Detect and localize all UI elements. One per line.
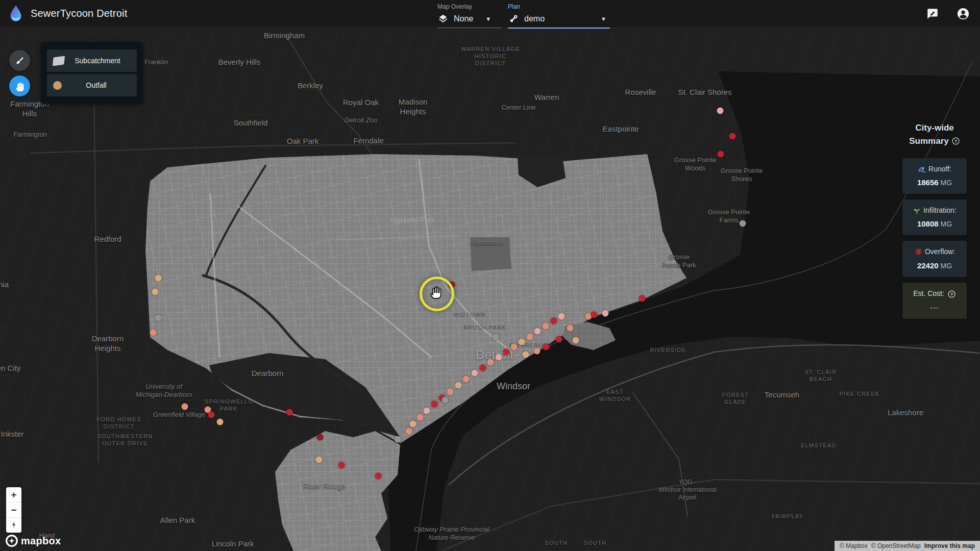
layers-icon — [437, 13, 449, 24]
map-overlay-value: None — [454, 14, 473, 23]
plan-value: demo — [524, 14, 545, 23]
help-icon[interactable]: ? — [947, 290, 956, 302]
feedback-button[interactable] — [925, 6, 940, 21]
zoom-in-button[interactable]: + — [6, 487, 21, 502]
attribution-bar: © Mapbox © OpenStreetMap Improve this ma… — [835, 541, 980, 551]
map-overlay-label: Map Overlay — [437, 3, 501, 10]
mapbox-wordmark: mapbox — [21, 535, 61, 547]
help-icon[interactable]: ? — [951, 136, 960, 149]
map-zoom-control: + − — [6, 487, 21, 533]
chevron-down-icon: ▼ — [485, 16, 491, 22]
mapbox-icon — [5, 534, 18, 547]
summary-title-text: City-wide Summary — [909, 123, 954, 146]
runoff-unit: MG — [941, 179, 952, 187]
tool-palette — [9, 50, 30, 96]
top-bar: SewerTycoon Detroit Map Overlay None ▼ P… — [0, 0, 980, 27]
legend-label: Outfall — [62, 81, 131, 89]
attribution-mapbox[interactable]: © Mapbox — [840, 542, 868, 549]
runoff-label: Runoff: — [928, 165, 951, 173]
map-overlay-select[interactable]: Map Overlay None ▼ — [437, 3, 501, 28]
est-cost-card: Est. Cost:? --- — [902, 283, 967, 319]
account-circle-icon — [956, 7, 970, 21]
improve-map-link[interactable]: Improve this map — [924, 542, 975, 549]
basemap-svg — [0, 0, 980, 551]
legend-panel: Subcatchment Outfall — [41, 42, 143, 104]
overflow-card: Overflow: 22420 MG — [902, 241, 967, 277]
chevron-down-icon: ▼ — [601, 16, 606, 22]
pan-tool-button[interactable] — [9, 76, 30, 96]
est-cost-value: --- — [930, 303, 939, 312]
paintbrush-icon — [14, 55, 26, 66]
outfall-dot-icon — [53, 81, 62, 90]
compass-icon — [9, 521, 18, 530]
map-canvas[interactable]: BirminghamBeverly HillsFranklinBerkleyRo… — [0, 0, 980, 551]
hand-icon — [14, 80, 26, 92]
top-bar-actions — [925, 0, 971, 27]
pipe-wrench-icon — [508, 13, 519, 24]
svg-text:?: ? — [950, 291, 953, 296]
infiltration-unit: MG — [941, 220, 952, 228]
summary-title: City-wide Summary? — [902, 121, 967, 150]
infiltration-card: Infiltration: 10808 MG — [902, 199, 967, 235]
zoom-out-button[interactable]: − — [6, 502, 21, 517]
overflow-microbe-icon — [914, 247, 923, 259]
subcatchment-swatch-icon — [53, 56, 65, 66]
wave-icon — [918, 165, 926, 177]
legend-item-outfall[interactable]: Outfall — [47, 74, 137, 96]
svg-text:?: ? — [954, 139, 957, 144]
legend-item-subcatchment[interactable]: Subcatchment — [47, 49, 137, 72]
infiltration-label: Infiltration: — [923, 206, 957, 214]
seedling-icon — [913, 206, 921, 218]
plan-select[interactable]: Plan demo ▼ — [508, 3, 610, 29]
feedback-icon — [926, 7, 939, 20]
water-drop-logo-icon — [7, 4, 24, 23]
overflow-value: 22420 — [917, 261, 939, 270]
runoff-value: 18656 — [917, 178, 939, 187]
draw-tool-button[interactable] — [9, 50, 30, 71]
compass-button[interactable] — [6, 517, 21, 533]
brand: SewerTycoon Detroit — [0, 4, 127, 23]
est-cost-label: Est. Cost: — [913, 289, 944, 297]
overflow-unit: MG — [941, 262, 952, 270]
plan-label: Plan — [508, 3, 610, 10]
hand-cursor-icon — [429, 284, 443, 300]
legend-label: Subcatchment — [64, 57, 131, 65]
app-window: BirminghamBeverly HillsFranklinBerkleyRo… — [0, 0, 980, 551]
attribution-osm[interactable]: © OpenStreetMap — [871, 542, 921, 549]
city-summary-panel: City-wide Summary? Runoff: 18656 MG Infi… — [902, 121, 967, 324]
account-button[interactable] — [955, 6, 971, 21]
overflow-label: Overflow: — [925, 247, 955, 256]
mapbox-logo[interactable]: mapbox — [5, 534, 61, 547]
runoff-card: Runoff: 18656 MG — [902, 158, 967, 194]
infiltration-value: 10808 — [917, 219, 939, 228]
app-title: SewerTycoon Detroit — [31, 8, 127, 19]
